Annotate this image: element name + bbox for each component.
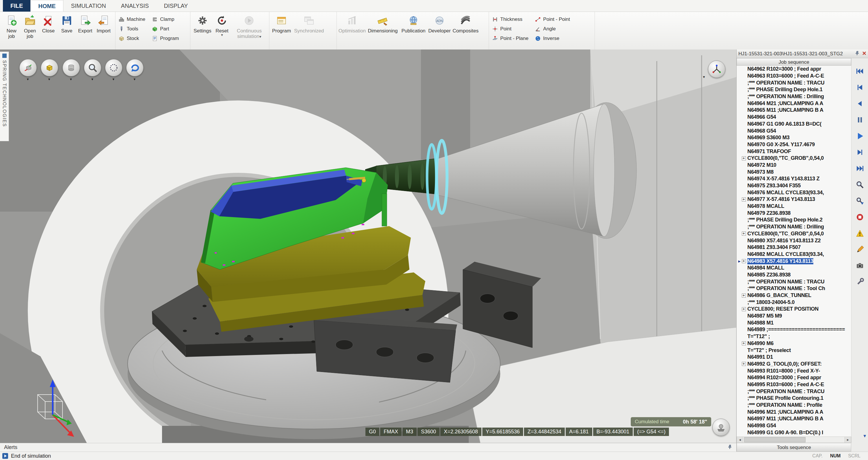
close-button[interactable]: Close	[40, 13, 57, 43]
reset-button[interactable]: Reset ▾	[213, 13, 231, 43]
rewind-to-start-button[interactable]	[854, 65, 866, 77]
code-line[interactable]: N64992 G_TOOL(0,0); OFFSET:	[737, 361, 851, 368]
part-display-button[interactable]	[62, 59, 80, 77]
code-line[interactable]: N64970 G0 X-254. Y117.4679	[737, 141, 851, 148]
point-button[interactable]: Point	[492, 24, 528, 34]
code-line[interactable]: CYCLE800(0,"TC_GROB",0,54,0	[737, 155, 851, 162]
settings-button[interactable]: Settings	[193, 13, 212, 43]
rotate-view-dropdown[interactable]: ▾	[126, 77, 143, 81]
code-line[interactable]: N64995 R103=6000 ; Feed A-C-E	[737, 381, 851, 388]
spring-technologies-tab[interactable]: SPRING TECHNOLOGIES	[0, 52, 9, 141]
code-line[interactable]: N64974 X-57.4816 Y143.8113 Z	[737, 175, 851, 182]
tab-file[interactable]: FILE	[3, 0, 30, 11]
expand-icon[interactable]	[742, 341, 746, 345]
continuous-simulation-button[interactable]: Continuous simulation	[232, 13, 266, 43]
viewport-3d[interactable]	[0, 50, 736, 443]
code-line[interactable]: N64985 Z236.8938	[737, 271, 851, 279]
code-line[interactable]: N64981 Z93.3404 F507	[737, 244, 851, 251]
code-line[interactable]: N64983 X57.4816 Y143.8113	[737, 258, 851, 265]
pin-icon[interactable]	[855, 51, 860, 57]
stock-button[interactable]: Stock	[118, 34, 145, 43]
code-line[interactable]: N64972 M10	[737, 162, 851, 169]
code-line[interactable]: N64986 G_BACK_TUNNEL	[737, 292, 851, 299]
code-line[interactable]: N64980 X57.4816 Y143.8113 Z2	[737, 237, 851, 244]
code-horizontal-scrollbar[interactable]: ◄ ►	[737, 436, 851, 443]
part-display-dropdown[interactable]: ▾	[62, 77, 79, 81]
code-line[interactable]: T="T12" ;	[737, 333, 851, 340]
expand-icon[interactable]	[742, 307, 746, 311]
scroll-left-arrow[interactable]: ◄	[737, 437, 743, 442]
program-button[interactable]: Program	[152, 34, 179, 43]
code-line[interactable]: N64969 S3600 M3	[737, 134, 851, 141]
code-line[interactable]: N64990 M6	[737, 340, 851, 347]
code-line[interactable]: ;*** OPERATION NAME : TRACU	[737, 278, 851, 285]
code-line[interactable]: N64973 M8	[737, 169, 851, 175]
angle-button[interactable]: Angle	[535, 24, 570, 34]
code-line[interactable]: N64998 G54	[737, 422, 851, 429]
code-line[interactable]: N64962 R102=3000 ; Feed appr	[737, 66, 851, 73]
expand-icon[interactable]	[742, 232, 746, 236]
code-line[interactable]: N64997 M11 ;UNCLAMPING B A	[737, 415, 851, 422]
code-line[interactable]: N64978 MCALL	[737, 203, 851, 210]
code-line[interactable]: N64977 X-57.4816 Y143.8113	[737, 196, 851, 203]
point-plane-button[interactable]: Point - Plane	[492, 34, 528, 43]
scrollbar-thumb[interactable]	[744, 437, 806, 442]
code-line[interactable]: N64994 R102=3000 ; Feed appr	[737, 374, 851, 381]
view-manager-dropdown[interactable]: ▾	[20, 77, 36, 81]
code-line[interactable]: N64963 R103=6000 ; Feed A-C-E	[737, 73, 851, 80]
inverse-button[interactable]: Inverse	[535, 34, 570, 43]
code-line[interactable]: ;*** OPERATION NAME : TRACU	[737, 388, 851, 395]
code-line[interactable]: CYCLE800(0,"TC_GROB",0,54,0	[737, 230, 851, 237]
code-line[interactable]: ;*** OPERATION NAME : Drilling	[737, 93, 851, 100]
stock-display-button[interactable]	[41, 59, 58, 77]
code-line[interactable]: N64971 TRAFOOF	[737, 148, 851, 155]
search-button[interactable]	[854, 179, 866, 191]
code-line[interactable]: N64967 G1 G90 A6.1813 B=DC(	[737, 121, 851, 128]
save-button[interactable]: Save	[58, 13, 75, 43]
warning-button[interactable]	[854, 227, 866, 239]
code-line[interactable]: N64982 MCALL CYCLE83(93.34,	[737, 251, 851, 258]
code-line[interactable]: N64979 Z236.8938	[737, 209, 851, 217]
code-line[interactable]: N64964 M21 ;UNCLAMPING A A	[737, 100, 851, 107]
code-line[interactable]: T="T2" ; Preselect	[737, 347, 851, 354]
code-line[interactable]: N64999 G1 G90 A-90. B=DC(0.) I	[737, 429, 851, 436]
code-line[interactable]: ;*** OPERATION NAME : Tool Ch	[737, 285, 851, 292]
code-line[interactable]: N64988 M1	[737, 319, 851, 326]
export-button[interactable]: Export	[77, 13, 94, 43]
edit-button[interactable]	[854, 243, 866, 256]
view-manager-button[interactable]	[20, 59, 37, 77]
code-line[interactable]: N64996 M21 ;UNCLAMPING A A	[737, 408, 851, 415]
tools-button-side[interactable]	[854, 276, 866, 288]
tab-display[interactable]: DISPLAY	[156, 0, 195, 11]
expand-icon[interactable]	[742, 156, 746, 161]
play-button[interactable]	[854, 130, 866, 142]
axes-display-dropdown[interactable]: ▾	[700, 75, 708, 79]
rotate-view-button[interactable]	[126, 59, 144, 77]
publication-button[interactable]: Publication	[401, 13, 426, 43]
composites-button[interactable]: Composites	[453, 13, 478, 43]
scroll-right-arrow[interactable]: ►	[844, 437, 851, 442]
code-line[interactable]: N64968 G54	[737, 127, 851, 134]
selection-circle-button[interactable]	[105, 59, 122, 77]
zoom-button[interactable]	[84, 59, 101, 77]
code-line[interactable]: N64966 G54	[737, 114, 851, 121]
developer-button[interactable]: ADN Developer	[427, 13, 452, 43]
stop-button[interactable]	[854, 211, 866, 223]
code-line[interactable]: N64984 MCALL	[737, 265, 851, 271]
code-line[interactable]: ;*** PHASE Drilling Deep Hole.2	[737, 217, 851, 224]
gcode-list[interactable]: N64962 R102=3000 ; Feed appr N64963 R103…	[737, 66, 851, 436]
code-line[interactable]: ;*** PHASE Drilling Deep Hole.1	[737, 86, 851, 93]
expand-icon[interactable]	[742, 362, 746, 366]
machine-view-button[interactable]	[712, 419, 730, 436]
code-line[interactable]: N64975 Z93.3404 F355	[737, 182, 851, 189]
scroll-down-icon[interactable]: ▼	[863, 433, 867, 438]
tab-simulation[interactable]: SIMULATION	[63, 0, 114, 11]
code-line[interactable]: ;*** OPERATION NAME : Profile	[737, 402, 851, 409]
code-line[interactable]: CYCLE800; RESET POSITION	[737, 306, 851, 313]
code-line[interactable]: ;*** OPERATION NAME : Drilling	[737, 224, 851, 230]
tab-home[interactable]: HOME	[30, 0, 63, 11]
reset-dropdown-arrow[interactable]: ▾	[221, 34, 223, 36]
code-line[interactable]: ;*** OPERATION NAME : TRACU	[737, 79, 851, 86]
selection-dropdown[interactable]: ▾	[105, 77, 122, 81]
thickness-button[interactable]: Thickness	[492, 15, 528, 24]
